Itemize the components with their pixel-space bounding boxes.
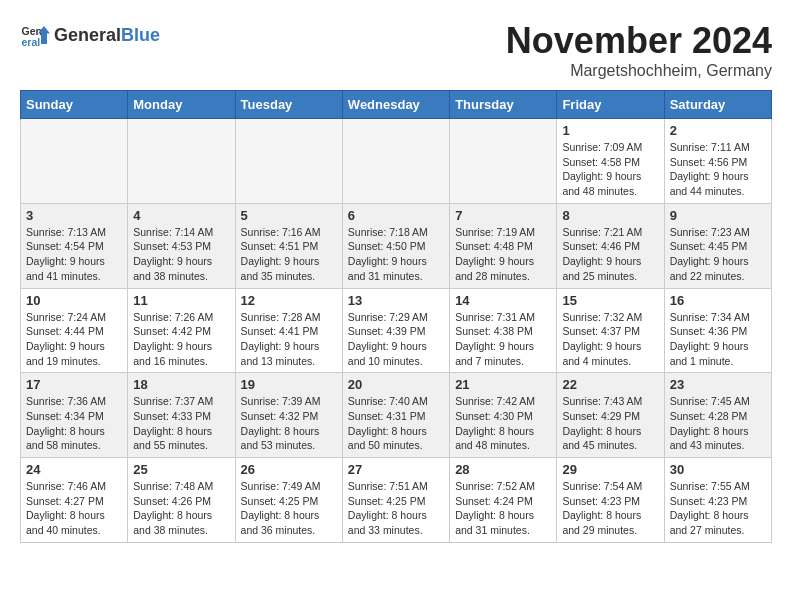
day-number: 21 [455,377,551,392]
day-number: 13 [348,293,444,308]
col-header-friday: Friday [557,91,664,119]
day-number: 22 [562,377,658,392]
day-info: Sunrise: 7:52 AM Sunset: 4:24 PM Dayligh… [455,479,551,538]
title-block: November 2024 Margetshochheim, Germany [506,20,772,80]
day-number: 6 [348,208,444,223]
day-cell: 23Sunrise: 7:45 AM Sunset: 4:28 PM Dayli… [664,373,771,458]
day-info: Sunrise: 7:26 AM Sunset: 4:42 PM Dayligh… [133,310,229,369]
day-info: Sunrise: 7:42 AM Sunset: 4:30 PM Dayligh… [455,394,551,453]
logo-icon: Gen eral [20,20,50,50]
day-number: 1 [562,123,658,138]
logo: Gen eral GeneralBlue [20,20,160,50]
day-info: Sunrise: 7:24 AM Sunset: 4:44 PM Dayligh… [26,310,122,369]
location: Margetshochheim, Germany [506,62,772,80]
day-info: Sunrise: 7:19 AM Sunset: 4:48 PM Dayligh… [455,225,551,284]
day-info: Sunrise: 7:34 AM Sunset: 4:36 PM Dayligh… [670,310,766,369]
day-cell: 15Sunrise: 7:32 AM Sunset: 4:37 PM Dayli… [557,288,664,373]
calendar-table: SundayMondayTuesdayWednesdayThursdayFrid… [20,90,772,543]
day-cell: 13Sunrise: 7:29 AM Sunset: 4:39 PM Dayli… [342,288,449,373]
day-cell: 16Sunrise: 7:34 AM Sunset: 4:36 PM Dayli… [664,288,771,373]
day-cell [342,119,449,204]
day-number: 3 [26,208,122,223]
day-number: 12 [241,293,337,308]
day-info: Sunrise: 7:16 AM Sunset: 4:51 PM Dayligh… [241,225,337,284]
day-number: 20 [348,377,444,392]
day-cell: 1Sunrise: 7:09 AM Sunset: 4:58 PM Daylig… [557,119,664,204]
day-number: 15 [562,293,658,308]
day-info: Sunrise: 7:43 AM Sunset: 4:29 PM Dayligh… [562,394,658,453]
day-number: 28 [455,462,551,477]
day-number: 8 [562,208,658,223]
day-cell: 22Sunrise: 7:43 AM Sunset: 4:29 PM Dayli… [557,373,664,458]
day-info: Sunrise: 7:48 AM Sunset: 4:26 PM Dayligh… [133,479,229,538]
svg-text:eral: eral [22,36,41,48]
day-cell: 20Sunrise: 7:40 AM Sunset: 4:31 PM Dayli… [342,373,449,458]
day-info: Sunrise: 7:36 AM Sunset: 4:34 PM Dayligh… [26,394,122,453]
day-info: Sunrise: 7:31 AM Sunset: 4:38 PM Dayligh… [455,310,551,369]
col-header-saturday: Saturday [664,91,771,119]
day-number: 23 [670,377,766,392]
week-row-5: 24Sunrise: 7:46 AM Sunset: 4:27 PM Dayli… [21,458,772,543]
col-header-sunday: Sunday [21,91,128,119]
day-number: 2 [670,123,766,138]
header-row: SundayMondayTuesdayWednesdayThursdayFrid… [21,91,772,119]
day-info: Sunrise: 7:40 AM Sunset: 4:31 PM Dayligh… [348,394,444,453]
week-row-3: 10Sunrise: 7:24 AM Sunset: 4:44 PM Dayli… [21,288,772,373]
day-cell: 11Sunrise: 7:26 AM Sunset: 4:42 PM Dayli… [128,288,235,373]
day-cell: 14Sunrise: 7:31 AM Sunset: 4:38 PM Dayli… [450,288,557,373]
day-info: Sunrise: 7:55 AM Sunset: 4:23 PM Dayligh… [670,479,766,538]
day-cell: 19Sunrise: 7:39 AM Sunset: 4:32 PM Dayli… [235,373,342,458]
day-info: Sunrise: 7:18 AM Sunset: 4:50 PM Dayligh… [348,225,444,284]
day-info: Sunrise: 7:39 AM Sunset: 4:32 PM Dayligh… [241,394,337,453]
day-info: Sunrise: 7:29 AM Sunset: 4:39 PM Dayligh… [348,310,444,369]
day-cell: 5Sunrise: 7:16 AM Sunset: 4:51 PM Daylig… [235,203,342,288]
week-row-1: 1Sunrise: 7:09 AM Sunset: 4:58 PM Daylig… [21,119,772,204]
day-cell [128,119,235,204]
day-number: 25 [133,462,229,477]
day-number: 17 [26,377,122,392]
day-number: 24 [26,462,122,477]
day-number: 11 [133,293,229,308]
month-title: November 2024 [506,20,772,62]
day-info: Sunrise: 7:49 AM Sunset: 4:25 PM Dayligh… [241,479,337,538]
day-cell: 21Sunrise: 7:42 AM Sunset: 4:30 PM Dayli… [450,373,557,458]
day-cell: 26Sunrise: 7:49 AM Sunset: 4:25 PM Dayli… [235,458,342,543]
day-cell: 17Sunrise: 7:36 AM Sunset: 4:34 PM Dayli… [21,373,128,458]
day-cell: 6Sunrise: 7:18 AM Sunset: 4:50 PM Daylig… [342,203,449,288]
day-number: 26 [241,462,337,477]
day-number: 27 [348,462,444,477]
day-number: 9 [670,208,766,223]
day-info: Sunrise: 7:23 AM Sunset: 4:45 PM Dayligh… [670,225,766,284]
logo-general: General [54,25,121,45]
day-info: Sunrise: 7:37 AM Sunset: 4:33 PM Dayligh… [133,394,229,453]
day-cell: 7Sunrise: 7:19 AM Sunset: 4:48 PM Daylig… [450,203,557,288]
col-header-tuesday: Tuesday [235,91,342,119]
day-info: Sunrise: 7:11 AM Sunset: 4:56 PM Dayligh… [670,140,766,199]
day-number: 19 [241,377,337,392]
day-info: Sunrise: 7:09 AM Sunset: 4:58 PM Dayligh… [562,140,658,199]
day-number: 29 [562,462,658,477]
day-info: Sunrise: 7:13 AM Sunset: 4:54 PM Dayligh… [26,225,122,284]
col-header-wednesday: Wednesday [342,91,449,119]
day-cell [21,119,128,204]
day-cell: 18Sunrise: 7:37 AM Sunset: 4:33 PM Dayli… [128,373,235,458]
day-cell: 25Sunrise: 7:48 AM Sunset: 4:26 PM Dayli… [128,458,235,543]
day-info: Sunrise: 7:21 AM Sunset: 4:46 PM Dayligh… [562,225,658,284]
day-cell: 3Sunrise: 7:13 AM Sunset: 4:54 PM Daylig… [21,203,128,288]
day-info: Sunrise: 7:45 AM Sunset: 4:28 PM Dayligh… [670,394,766,453]
day-info: Sunrise: 7:54 AM Sunset: 4:23 PM Dayligh… [562,479,658,538]
week-row-2: 3Sunrise: 7:13 AM Sunset: 4:54 PM Daylig… [21,203,772,288]
day-number: 4 [133,208,229,223]
day-cell: 29Sunrise: 7:54 AM Sunset: 4:23 PM Dayli… [557,458,664,543]
day-cell: 28Sunrise: 7:52 AM Sunset: 4:24 PM Dayli… [450,458,557,543]
logo-blue: Blue [121,25,160,45]
day-cell: 12Sunrise: 7:28 AM Sunset: 4:41 PM Dayli… [235,288,342,373]
day-number: 16 [670,293,766,308]
day-cell: 24Sunrise: 7:46 AM Sunset: 4:27 PM Dayli… [21,458,128,543]
day-info: Sunrise: 7:14 AM Sunset: 4:53 PM Dayligh… [133,225,229,284]
col-header-monday: Monday [128,91,235,119]
day-cell: 27Sunrise: 7:51 AM Sunset: 4:25 PM Dayli… [342,458,449,543]
day-number: 5 [241,208,337,223]
day-info: Sunrise: 7:46 AM Sunset: 4:27 PM Dayligh… [26,479,122,538]
day-number: 7 [455,208,551,223]
